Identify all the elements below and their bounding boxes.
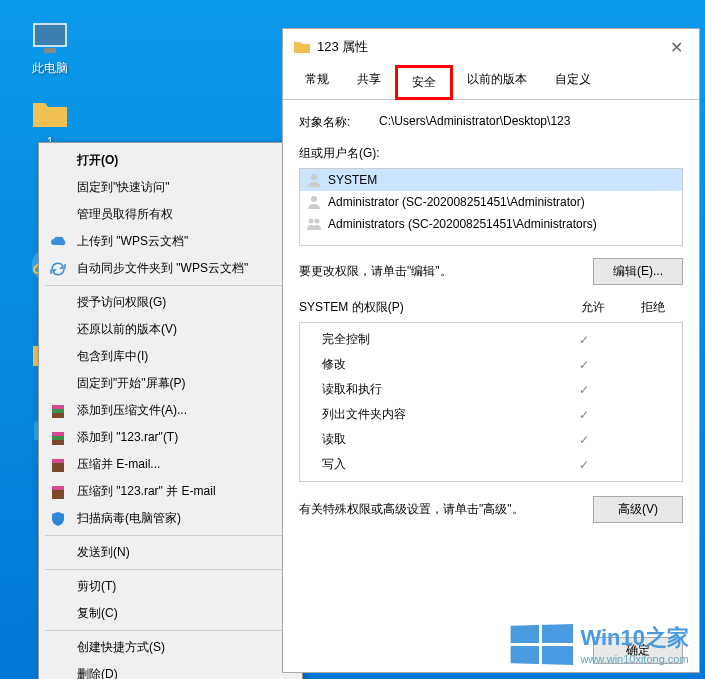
menu-send-to[interactable]: 发送到(N)▶ — [41, 539, 300, 566]
tab-general[interactable]: 常规 — [291, 65, 343, 99]
svg-rect-1 — [44, 48, 56, 53]
perm-deny-header: 拒绝 — [623, 299, 683, 316]
user-item-admins[interactable]: Administrators (SC-202008251451\Administ… — [300, 213, 682, 235]
user-icon — [306, 194, 322, 210]
properties-dialog: 123 属性 ✕ 常规 共享 安全 以前的版本 自定义 对象名称: C:\Use… — [282, 28, 700, 673]
sync-icon — [49, 260, 67, 278]
perm-row: 读取✓ — [308, 427, 674, 452]
perm-row: 列出文件夹内容✓ — [308, 402, 674, 427]
group-icon — [306, 216, 322, 232]
menu-pin-start[interactable]: 固定到"开始"屏幕(P) — [41, 370, 300, 397]
svg-rect-9 — [52, 432, 64, 436]
watermark-title: Win10之家 — [580, 623, 689, 653]
svg-rect-0 — [34, 24, 66, 46]
check-icon: ✓ — [554, 383, 614, 397]
svg-rect-14 — [52, 486, 64, 490]
advanced-text: 有关特殊权限或高级设置，请单击"高级"。 — [299, 501, 524, 518]
watermark-url: www.win10xitong.com — [580, 653, 689, 665]
titlebar[interactable]: 123 属性 ✕ — [283, 29, 699, 65]
menu-separator — [45, 535, 296, 536]
user-icon — [306, 172, 322, 188]
perm-label: SYSTEM 的权限(P) — [299, 299, 563, 316]
context-menu: 打开(O) 固定到"快速访问" 管理员取得所有权 上传到 "WPS云文档" 自动… — [38, 142, 303, 679]
dialog-title: 123 属性 — [317, 38, 664, 56]
menu-sync-wps[interactable]: 自动同步文件夹到 "WPS云文档" — [41, 255, 300, 282]
rar-icon — [49, 429, 67, 447]
desktop-icon-this-pc[interactable]: 此电脑 — [15, 20, 85, 77]
perm-row: 写入✓ — [308, 452, 674, 477]
object-name-label: 对象名称: — [299, 114, 379, 131]
close-button[interactable]: ✕ — [664, 38, 689, 57]
windows-logo-icon — [511, 624, 574, 665]
permissions-table: 完全控制✓ 修改✓ 读取和执行✓ 列出文件夹内容✓ 读取✓ 写入✓ — [299, 322, 683, 482]
menu-add-123rar[interactable]: 添加到 "123.rar"(T) — [41, 424, 300, 451]
menu-open[interactable]: 打开(O) — [41, 147, 300, 174]
menu-shortcut[interactable]: 创建快捷方式(S) — [41, 634, 300, 661]
svg-point-15 — [311, 174, 317, 180]
rar-icon — [49, 402, 67, 420]
edit-button[interactable]: 编辑(E)... — [593, 258, 683, 285]
tab-previous[interactable]: 以前的版本 — [453, 65, 541, 99]
menu-cut[interactable]: 剪切(T) — [41, 573, 300, 600]
edit-text: 要更改权限，请单击"编辑"。 — [299, 263, 452, 280]
check-icon: ✓ — [554, 333, 614, 347]
svg-rect-12 — [52, 459, 64, 463]
check-icon: ✓ — [554, 433, 614, 447]
svg-rect-6 — [52, 405, 64, 409]
folder-icon — [293, 39, 311, 55]
perm-row: 修改✓ — [308, 352, 674, 377]
menu-separator — [45, 630, 296, 631]
check-icon: ✓ — [554, 458, 614, 472]
rar-icon — [49, 483, 67, 501]
menu-separator — [45, 285, 296, 286]
menu-admin-own[interactable]: 管理员取得所有权 — [41, 201, 300, 228]
menu-separator — [45, 569, 296, 570]
perm-row: 完全控制✓ — [308, 327, 674, 352]
svg-point-18 — [315, 219, 320, 224]
menu-pin-quick[interactable]: 固定到"快速访问" — [41, 174, 300, 201]
user-item-system[interactable]: SYSTEM — [300, 169, 682, 191]
rar-icon — [49, 456, 67, 474]
shield-icon — [49, 510, 67, 528]
svg-rect-7 — [52, 409, 64, 413]
menu-add-archive[interactable]: 添加到压缩文件(A)... — [41, 397, 300, 424]
menu-scan-virus[interactable]: 扫描病毒(电脑管家) — [41, 505, 300, 532]
svg-point-16 — [311, 196, 317, 202]
advanced-button[interactable]: 高级(V) — [593, 496, 683, 523]
menu-compress-email[interactable]: 压缩并 E-mail... — [41, 451, 300, 478]
cloud-icon — [49, 233, 67, 251]
menu-copy[interactable]: 复制(C) — [41, 600, 300, 627]
menu-include-lib[interactable]: 包含到库中(I)▶ — [41, 343, 300, 370]
dialog-body: 对象名称: C:\Users\Administrator\Desktop\123… — [283, 100, 699, 628]
object-name-value: C:\Users\Administrator\Desktop\123 — [379, 114, 683, 131]
svg-rect-10 — [52, 436, 64, 440]
menu-delete[interactable]: 删除(D) — [41, 661, 300, 679]
menu-grant-access[interactable]: 授予访问权限(G)▶ — [41, 289, 300, 316]
tab-security[interactable]: 安全 — [395, 65, 453, 100]
tab-custom[interactable]: 自定义 — [541, 65, 605, 99]
menu-compress-123-email[interactable]: 压缩到 "123.rar" 并 E-mail — [41, 478, 300, 505]
user-list[interactable]: SYSTEM Administrator (SC-202008251451\Ad… — [299, 168, 683, 246]
check-icon: ✓ — [554, 358, 614, 372]
menu-upload-wps[interactable]: 上传到 "WPS云文档" — [41, 228, 300, 255]
perm-row: 读取和执行✓ — [308, 377, 674, 402]
svg-point-17 — [309, 219, 314, 224]
tabs: 常规 共享 安全 以前的版本 自定义 — [283, 65, 699, 100]
group-user-label: 组或用户名(G): — [299, 145, 683, 162]
watermark: Win10之家 www.win10xitong.com — [509, 623, 689, 665]
menu-restore-prev[interactable]: 还原以前的版本(V) — [41, 316, 300, 343]
check-icon: ✓ — [554, 408, 614, 422]
desktop-icon-label: 此电脑 — [32, 60, 68, 77]
user-item-admin[interactable]: Administrator (SC-202008251451\Administr… — [300, 191, 682, 213]
tab-share[interactable]: 共享 — [343, 65, 395, 99]
perm-allow-header: 允许 — [563, 299, 623, 316]
